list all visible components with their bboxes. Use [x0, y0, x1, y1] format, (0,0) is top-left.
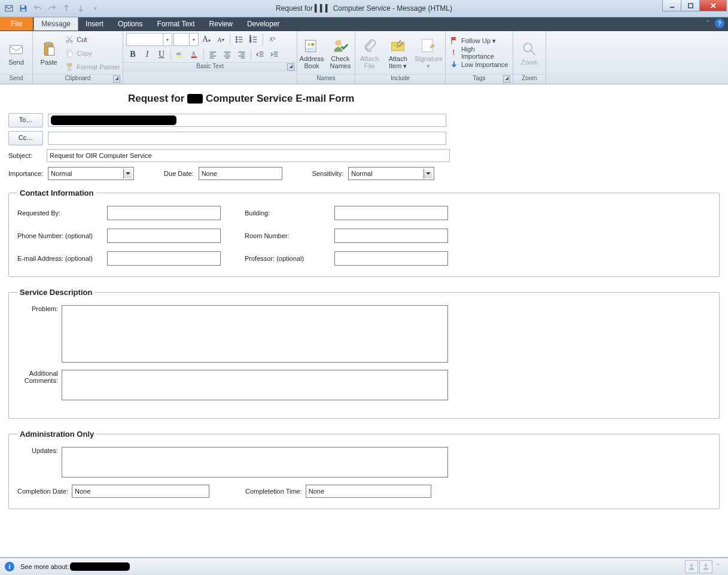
minimize-button[interactable] — [662, 0, 681, 11]
maximize-button[interactable] — [681, 0, 700, 11]
message-body: Request for Computer Service E-mail Form… — [0, 84, 728, 524]
numbering-icon[interactable]: 123 — [247, 34, 260, 45]
previous-icon[interactable] — [60, 1, 73, 16]
underline-icon[interactable]: U — [155, 48, 168, 60]
svg-rect-57 — [422, 39, 433, 52]
follow-up-button[interactable]: Follow Up ▾ — [446, 35, 513, 47]
tab-message[interactable]: Message — [33, 17, 78, 31]
attach-file-button[interactable]: Attach File — [357, 33, 382, 74]
email-field[interactable] — [107, 251, 221, 266]
cc-field[interactable] — [48, 132, 446, 145]
requested-by-field[interactable] — [107, 206, 221, 220]
title-bar: ▾ Request for ▍▍▍ Computer Service - Mes… — [0, 0, 728, 17]
to-field[interactable] — [48, 114, 446, 127]
help-icon[interactable]: ? — [715, 19, 724, 28]
redo-icon[interactable] — [45, 1, 59, 16]
sensitivity-select[interactable]: Normal — [348, 167, 434, 180]
redacted-icon — [187, 94, 203, 104]
tab-insert[interactable]: Insert — [78, 17, 111, 31]
format-painter-button[interactable]: Format Painter — [65, 61, 120, 73]
address-book-button[interactable]: Address Book — [298, 33, 325, 74]
font-color-icon[interactable]: A — [188, 48, 201, 60]
decrease-indent-icon[interactable] — [254, 48, 267, 60]
attach-file-label: Attach File — [360, 55, 379, 69]
file-tab[interactable]: File — [0, 17, 33, 31]
address-book-label: Address Book — [300, 55, 324, 69]
bullets-icon[interactable] — [233, 34, 246, 45]
phone-field[interactable] — [107, 229, 221, 243]
tags-dialog-launcher[interactable]: ◢ — [503, 75, 510, 83]
copy-button[interactable]: Copy — [65, 47, 120, 59]
align-right-icon[interactable] — [235, 48, 248, 60]
svg-rect-14 — [68, 51, 72, 57]
low-importance-button[interactable]: Low Importance — [446, 59, 513, 71]
next-icon[interactable] — [74, 1, 87, 16]
clear-formatting-icon[interactable]: A — [266, 34, 279, 45]
paste-label: Paste — [41, 59, 57, 66]
completion-date-label: Completion Date: — [17, 488, 68, 495]
building-field[interactable] — [334, 206, 448, 220]
due-date-field[interactable]: None — [199, 167, 282, 180]
additional-comments-field[interactable] — [62, 370, 448, 400]
undo-icon[interactable] — [31, 1, 44, 16]
form-title: Request for Computer Service E-mail Form — [128, 93, 720, 105]
bold-icon[interactable]: B — [126, 48, 139, 60]
shrink-font-icon[interactable]: A▾ — [214, 34, 227, 45]
align-center-icon[interactable] — [221, 48, 234, 60]
admin-legend: Administration Only — [17, 430, 96, 439]
tab-review[interactable]: Review — [202, 17, 240, 31]
room-field[interactable] — [334, 229, 448, 243]
svg-point-53 — [311, 43, 314, 46]
send-label: Send — [8, 59, 24, 66]
send-button[interactable]: Send — [1, 33, 31, 74]
quick-access-toolbar: ▾ — [0, 1, 104, 16]
svg-text:3: 3 — [249, 40, 251, 43]
tab-developer[interactable]: Developer — [240, 17, 287, 31]
svg-text:!: ! — [452, 48, 455, 57]
font-name-combo[interactable]: ▾ — [126, 33, 172, 46]
completion-time-label: Completetion Time: — [245, 488, 302, 495]
basictext-dialog-launcher[interactable]: ◢ — [287, 63, 294, 71]
updates-field[interactable] — [62, 447, 448, 477]
importance-label: Importance: — [8, 170, 43, 177]
check-names-button[interactable]: Check Names — [327, 33, 354, 74]
font-size-combo[interactable]: ▾ — [173, 33, 199, 46]
problem-field[interactable] — [62, 305, 448, 363]
sensitivity-label: Sensitivity: — [312, 170, 344, 177]
cc-button[interactable]: Cc… — [8, 131, 43, 145]
qat-customize-icon[interactable]: ▾ — [89, 1, 102, 16]
svg-point-55 — [335, 39, 342, 46]
align-left-icon[interactable] — [206, 48, 220, 60]
italic-icon[interactable]: I — [141, 48, 154, 60]
service-legend: Service Description — [17, 288, 95, 297]
signature-button[interactable]: Signature ▾ — [413, 33, 444, 74]
tab-options[interactable]: Options — [111, 17, 150, 31]
tab-format-text[interactable]: Format Text — [150, 17, 202, 31]
clipboard-dialog-launcher[interactable]: ◢ — [113, 75, 120, 83]
zoom-button[interactable]: Zoom — [514, 33, 544, 74]
minimize-ribbon-icon[interactable]: ˆ — [703, 19, 712, 28]
completion-time-field[interactable]: None — [306, 485, 431, 498]
svg-rect-32 — [191, 56, 197, 58]
professor-field[interactable] — [334, 251, 448, 266]
high-importance-button[interactable]: !High Importance — [446, 47, 513, 59]
svg-text:ab: ab — [176, 51, 181, 56]
highlight-icon[interactable]: ab — [173, 48, 187, 60]
room-label: Room Number: — [245, 232, 334, 239]
to-button[interactable]: To… — [8, 113, 43, 127]
save-icon[interactable] — [17, 1, 30, 16]
svg-text:A: A — [191, 51, 196, 57]
close-button[interactable] — [699, 0, 727, 11]
subject-field[interactable]: Request for OIR Computer Service — [47, 149, 450, 162]
requested-by-label: Requested By: — [17, 209, 107, 217]
increase-indent-icon[interactable] — [268, 48, 281, 60]
completion-date-field[interactable]: None — [72, 485, 209, 498]
cut-button[interactable]: Cut — [65, 34, 120, 45]
svg-rect-10 — [48, 47, 54, 56]
grow-font-icon[interactable]: A▴ — [200, 34, 213, 45]
attach-item-button[interactable]: Attach Item ▾ — [385, 33, 410, 74]
group-send: Send — [0, 74, 32, 84]
paste-button[interactable]: Paste — [34, 33, 63, 74]
app-icon[interactable] — [2, 1, 16, 16]
importance-select[interactable]: Normal — [48, 167, 134, 180]
